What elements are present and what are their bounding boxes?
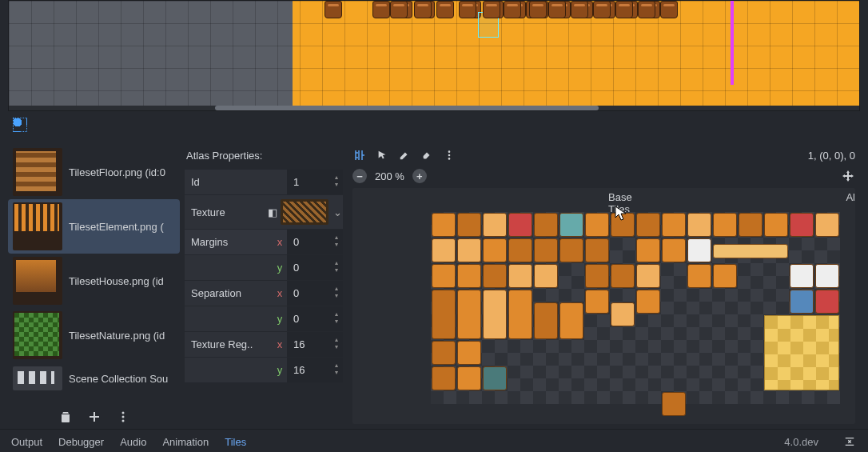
- axis-y-label: y: [273, 313, 287, 325]
- erase-tool-button[interactable]: [420, 148, 434, 162]
- pan-mode-button[interactable]: [841, 169, 855, 183]
- tab-debugger[interactable]: Debugger: [58, 436, 104, 448]
- source-options-button[interactable]: [116, 410, 130, 424]
- spinner-icon[interactable]: ▴▾: [333, 362, 340, 376]
- preview-sprites: [293, 1, 731, 57]
- svg-point-2: [121, 420, 124, 422]
- asset-thumbnail: [13, 311, 62, 359]
- prop-row-separation: Separation x ▴▾: [185, 281, 343, 306]
- tab-audio[interactable]: Audio: [120, 436, 146, 448]
- svg-point-4: [448, 154, 451, 157]
- asset-thumbnail: [13, 148, 62, 196]
- version-label: 4.0.dev: [784, 436, 818, 448]
- prop-label: Margins: [185, 236, 273, 248]
- prop-label: Separation: [185, 287, 273, 299]
- tile-coordinates-label: 1, (0, 0), 0: [808, 150, 855, 162]
- spinner-icon[interactable]: ▴▾: [333, 311, 340, 325]
- prop-row-margins: Margins x ▴▾: [185, 230, 343, 254]
- texture-type-icon: ◧: [265, 206, 281, 218]
- prop-row-texture: Texture ◧ ⌄: [185, 195, 343, 229]
- atlas-tab-alternative[interactable]: Al: [846, 191, 855, 215]
- zoom-in-button[interactable]: +: [412, 169, 427, 183]
- axis-x-label: x: [273, 236, 287, 248]
- preview-scrollbar-horizontal[interactable]: [9, 106, 859, 110]
- spinner-icon[interactable]: ▴▾: [333, 286, 340, 299]
- paint-tool-button[interactable]: [397, 148, 412, 162]
- atlas-canvas[interactable]: [431, 212, 840, 404]
- axis-x-label: x: [273, 287, 287, 299]
- axis-x-label: x: [273, 338, 287, 350]
- add-source-button[interactable]: [87, 410, 102, 424]
- delete-source-button[interactable]: [58, 410, 73, 424]
- asset-name-label: TilesetHouse.png (id: [69, 275, 164, 287]
- setup-mode-button[interactable]: [352, 148, 367, 162]
- asset-name-label: Scene Collection Sou: [69, 373, 168, 385]
- tileset-source-item[interactable]: TilesetElement.png (: [8, 199, 180, 254]
- texture-dropdown-button[interactable]: ⌄: [332, 206, 343, 218]
- spinner-icon[interactable]: ▴▾: [333, 337, 340, 350]
- collapse-panel-button[interactable]: [842, 434, 857, 449]
- prop-label: Texture: [185, 206, 265, 218]
- axis-y-label: y: [273, 364, 287, 376]
- asset-name-label: TilesetNature.png (id: [69, 330, 165, 342]
- tileset-source-item[interactable]: TilesetFloor.png (id:0: [8, 145, 180, 199]
- tileset-source-list[interactable]: TilesetFloor.png (id:0 TilesetElement.pn…: [8, 145, 180, 403]
- svg-point-5: [448, 158, 451, 160]
- prop-row-separation-y: y ▴▾: [185, 306, 343, 331]
- texture-preview-thumbnail[interactable]: [281, 199, 328, 225]
- atlas-viewport[interactable]: Base Tiles Al: [352, 188, 855, 424]
- svg-point-1: [121, 416, 124, 418]
- prop-label: Texture Reg..: [185, 338, 273, 350]
- tab-animation[interactable]: Animation: [162, 436, 209, 448]
- atlas-options-button[interactable]: [442, 148, 456, 162]
- spinner-icon[interactable]: ▴▾: [333, 234, 340, 248]
- tileset-mode-icon[interactable]: [13, 118, 27, 132]
- tab-tiles[interactable]: Tiles: [225, 436, 246, 448]
- asset-name-label: TilesetElement.png (: [69, 221, 164, 233]
- asset-name-label: TilesetFloor.png (id:0: [69, 166, 165, 178]
- prop-row-texture-region-y: y ▴▾: [185, 358, 343, 382]
- prop-label: Id: [185, 176, 287, 188]
- asset-thumbnail: [13, 257, 62, 305]
- prop-row-id: Id ▴▾: [185, 170, 343, 194]
- bottom-panel-tabs: Output Debugger Audio Animation Tiles 4.…: [0, 429, 868, 452]
- svg-point-0: [121, 412, 124, 414]
- spinner-icon[interactable]: ▴▾: [333, 174, 340, 188]
- zoom-out-button[interactable]: −: [352, 169, 367, 183]
- tileset-source-item[interactable]: Scene Collection Sou: [8, 362, 180, 394]
- prop-row-texture-region: Texture Reg.. x ▴▾: [185, 332, 343, 357]
- axis-y-label: y: [273, 262, 287, 274]
- zoom-level-label: 200 %: [375, 170, 404, 182]
- tab-output[interactable]: Output: [11, 436, 42, 448]
- asset-thumbnail: [13, 202, 62, 250]
- prop-row-margins-y: y ▴▾: [185, 255, 343, 280]
- map-preview-viewport[interactable]: [8, 0, 860, 111]
- tileset-source-item[interactable]: TilesetNature.png (id: [8, 308, 180, 362]
- svg-point-3: [448, 150, 451, 153]
- tileset-source-item[interactable]: TilesetHouse.png (id: [8, 254, 180, 308]
- select-tool-button[interactable]: [375, 148, 389, 162]
- asset-thumbnail: [13, 366, 62, 390]
- spinner-icon[interactable]: ▴▾: [333, 260, 340, 274]
- atlas-properties-title: Atlas Properties:: [185, 145, 343, 170]
